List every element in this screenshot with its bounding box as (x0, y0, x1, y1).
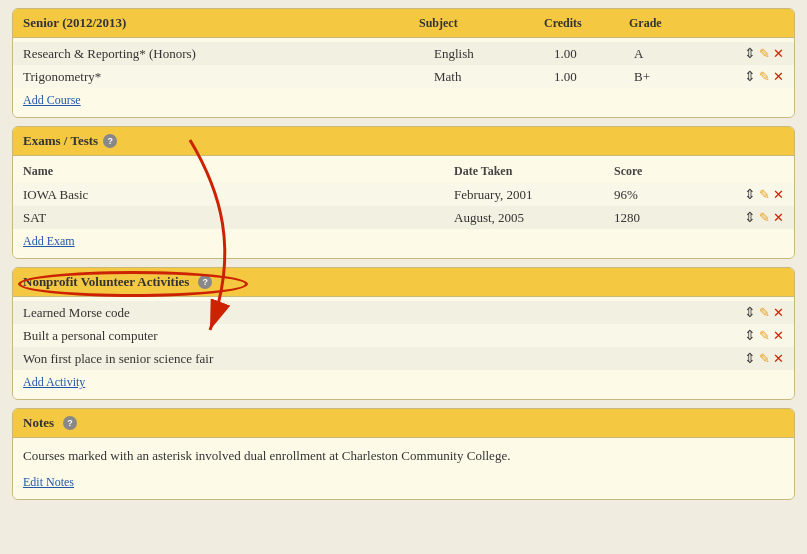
edit-icon[interactable]: ✎ (759, 69, 770, 85)
sort-icon[interactable]: ⇕ (744, 186, 756, 203)
activity-name: Built a personal computer (23, 328, 714, 344)
activities-section-header: Nonprofit Volunteer Activities ? (13, 268, 794, 297)
course-name: Research & Reporting* (Honors) (23, 46, 434, 62)
exams-table-header: Name Date Taken Score (13, 160, 794, 183)
add-activity-button[interactable]: Add Activity (13, 370, 95, 395)
course-subject: Math (434, 69, 554, 85)
sort-icon[interactable]: ⇕ (744, 45, 756, 62)
exams-section-header: Exams / Tests ? (13, 127, 794, 156)
notes-help-icon[interactable]: ? (63, 416, 77, 430)
course-name: Trigonometry* (23, 69, 434, 85)
sort-icon[interactable]: ⇕ (744, 304, 756, 321)
delete-icon[interactable]: ✕ (773, 328, 784, 344)
credits-col-header: Credits (544, 16, 624, 31)
row-actions: ⇕ ✎ ✕ (714, 209, 784, 226)
activities-title: Nonprofit Volunteer Activities (23, 274, 189, 290)
exam-date: August, 2005 (454, 210, 614, 226)
grade-col-header: Grade (629, 16, 709, 31)
exam-score: 96% (614, 187, 714, 203)
senior-title: Senior (2012/2013) (23, 15, 126, 31)
course-credits: 1.00 (554, 69, 634, 85)
exam-date: February, 2001 (454, 187, 614, 203)
table-row: Won first place in senior science fair ⇕… (13, 347, 794, 370)
row-actions: ⇕ ✎ ✕ (714, 350, 784, 367)
exam-name: IOWA Basic (23, 187, 454, 203)
edit-icon[interactable]: ✎ (759, 187, 770, 203)
course-grade: B+ (634, 69, 714, 85)
sort-icon[interactable]: ⇕ (744, 209, 756, 226)
table-row: Learned Morse code ⇕ ✎ ✕ (13, 301, 794, 324)
course-subject: English (434, 46, 554, 62)
activities-help-icon[interactable]: ? (198, 275, 212, 289)
senior-section-body: Research & Reporting* (Honors) English 1… (13, 38, 794, 117)
course-grade: A (634, 46, 714, 62)
table-row: Trigonometry* Math 1.00 B+ ⇕ ✎ ✕ (13, 65, 794, 88)
notes-title: Notes (23, 415, 54, 431)
activities-section: Nonprofit Volunteer Activities ? Learned… (12, 267, 795, 400)
activity-name: Won first place in senior science fair (23, 351, 714, 367)
table-row: Built a personal computer ⇕ ✎ ✕ (13, 324, 794, 347)
edit-icon[interactable]: ✎ (759, 328, 770, 344)
delete-icon[interactable]: ✕ (773, 69, 784, 85)
sort-icon[interactable]: ⇕ (744, 327, 756, 344)
edit-icon[interactable]: ✎ (759, 46, 770, 62)
delete-icon[interactable]: ✕ (773, 210, 784, 226)
activity-name: Learned Morse code (23, 305, 714, 321)
subject-col-header: Subject (419, 16, 539, 31)
senior-section: Senior (2012/2013) Subject Credits Grade… (12, 8, 795, 118)
sort-icon[interactable]: ⇕ (744, 350, 756, 367)
add-course-button[interactable]: Add Course (13, 88, 91, 113)
exam-score: 1280 (614, 210, 714, 226)
edit-notes-button[interactable]: Edit Notes (13, 470, 84, 495)
row-actions: ⇕ ✎ ✕ (714, 68, 784, 85)
exams-help-icon[interactable]: ? (103, 134, 117, 148)
delete-icon[interactable]: ✕ (773, 187, 784, 203)
exam-date-header: Date Taken (454, 164, 614, 179)
notes-text: Courses marked with an asterisk involved… (13, 442, 794, 470)
course-credits: 1.00 (554, 46, 634, 62)
exams-section: Exams / Tests ? Name Date Taken Score IO… (12, 126, 795, 259)
add-exam-button[interactable]: Add Exam (13, 229, 85, 254)
row-actions: ⇕ ✎ ✕ (714, 186, 784, 203)
senior-section-header: Senior (2012/2013) Subject Credits Grade (13, 9, 794, 38)
edit-icon[interactable]: ✎ (759, 210, 770, 226)
exam-score-header: Score (614, 164, 714, 179)
exam-name-header: Name (23, 164, 454, 179)
table-row: SAT August, 2005 1280 ⇕ ✎ ✕ (13, 206, 794, 229)
table-row: IOWA Basic February, 2001 96% ⇕ ✎ ✕ (13, 183, 794, 206)
exams-title: Exams / Tests (23, 133, 98, 149)
activities-section-body: Learned Morse code ⇕ ✎ ✕ Built a persona… (13, 297, 794, 399)
exams-section-body: Name Date Taken Score IOWA Basic Februar… (13, 156, 794, 258)
delete-icon[interactable]: ✕ (773, 46, 784, 62)
row-actions: ⇕ ✎ ✕ (714, 327, 784, 344)
edit-icon[interactable]: ✎ (759, 351, 770, 367)
table-row: Research & Reporting* (Honors) English 1… (13, 42, 794, 65)
delete-icon[interactable]: ✕ (773, 351, 784, 367)
delete-icon[interactable]: ✕ (773, 305, 784, 321)
edit-icon[interactable]: ✎ (759, 305, 770, 321)
exam-name: SAT (23, 210, 454, 226)
row-actions: ⇕ ✎ ✕ (714, 45, 784, 62)
notes-section: Notes ? Courses marked with an asterisk … (12, 408, 795, 500)
sort-icon[interactable]: ⇕ (744, 68, 756, 85)
notes-section-header: Notes ? (13, 409, 794, 438)
row-actions: ⇕ ✎ ✕ (714, 304, 784, 321)
notes-section-body: Courses marked with an asterisk involved… (13, 438, 794, 499)
